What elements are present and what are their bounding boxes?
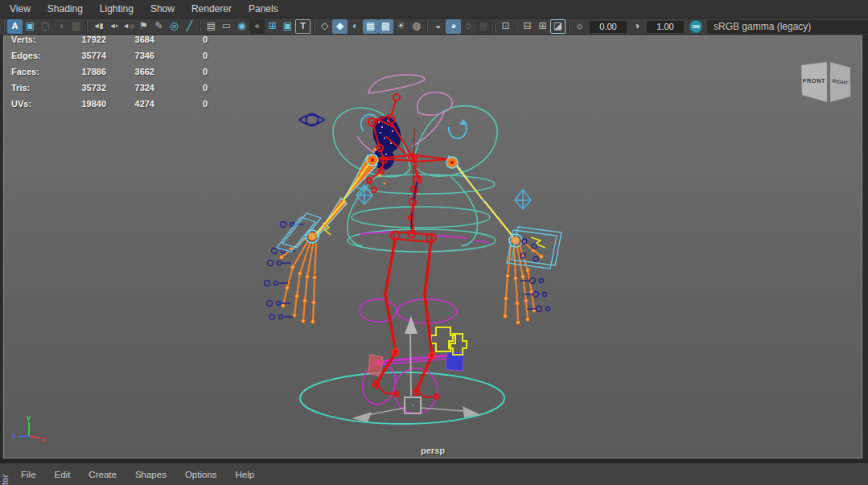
toolbar-divider [513, 20, 520, 33]
editor-menubar: FileEditCreateShapesOptionsHelp [0, 463, 868, 485]
axis-y-label: y [27, 413, 31, 421]
hud-label: UVs: [11, 99, 53, 109]
menu-lighting[interactable]: Lighting [100, 3, 134, 14]
camera-name-label: persp [4, 446, 862, 455]
hud-row: Tris:3573273240 [11, 80, 208, 96]
axis-x-label: x [42, 435, 46, 443]
gamma-value-field[interactable]: 1.00 [647, 21, 684, 33]
menu-file[interactable]: File [21, 470, 36, 479]
toolbar-divider [1, 20, 7, 33]
hud-num: 19840 [53, 99, 106, 109]
menu-renderer[interactable]: Renderer [191, 3, 232, 14]
hud-num: 0 [154, 83, 208, 92]
poly-count-hud: Verts:1792236840Edges:3577473460Faces:17… [11, 31, 208, 112]
exposure-icon[interactable]: ☼ [572, 19, 587, 34]
ssao-icon[interactable]: ◕ [446, 19, 461, 34]
hud-label: Tris: [11, 83, 53, 92]
hud-label: Faces: [11, 67, 53, 76]
viewcube-front-label: FRONT [803, 77, 825, 84]
view-cube[interactable]: FRONT RIGHT [801, 62, 850, 102]
menu-show[interactable]: Show [150, 3, 175, 14]
eye-control-curve[interactable] [299, 114, 324, 126]
maya-viewport-window: ViewShadingLightingShowRendererPanels A▣… [0, 0, 868, 485]
default-material-icon[interactable]: ◍ [409, 19, 424, 34]
gate-mask-icon[interactable]: ● [249, 19, 265, 34]
hud-num: 0 [154, 51, 208, 60]
hud-row: Faces:1788636620 [11, 64, 208, 80]
hud-num: 35732 [53, 83, 106, 92]
hud-num: 17886 [53, 67, 106, 76]
selection-highlight-icon[interactable]: ⊡ [498, 19, 513, 34]
motion-blur-icon[interactable]: ◌ [461, 19, 476, 34]
wireframe-on-shaded-icon[interactable]: ◐ [348, 19, 363, 34]
hud-num: 3662 [106, 67, 154, 76]
exposure-value-field[interactable]: 0.00 [590, 21, 627, 33]
contrast-icon[interactable]: ◑ [629, 19, 644, 34]
anti-alias-icon[interactable]: ▩ [476, 19, 492, 34]
axis-indicator: y x z [12, 413, 46, 443]
panel-side-label: tor [1, 464, 10, 485]
axis-z-label: z [12, 432, 16, 440]
menu-create[interactable]: Create [88, 470, 117, 479]
hud-label: Edges: [11, 51, 53, 60]
shaded-mode-icon[interactable]: ◆ [332, 19, 348, 34]
hud-num: 17922 [53, 35, 106, 44]
menu-panels[interactable]: Panels [249, 3, 278, 14]
safe-action-icon[interactable]: ▣ [280, 19, 295, 34]
menu-edit[interactable]: Edit [55, 470, 71, 479]
colorspace-select[interactable]: sRGB gamma (legacy) [707, 20, 868, 34]
panel-menubar: ViewShadingLightingShowRendererPanels [0, 0, 868, 18]
shadows-icon[interactable]: ◒ [430, 19, 446, 34]
safe-title-icon[interactable]: T [295, 19, 311, 34]
pick-color-icon[interactable]: ◪ [550, 19, 566, 34]
menu-view[interactable]: View [10, 3, 31, 14]
color-management-toggle[interactable]: ON [689, 20, 702, 33]
hud-num: 7324 [106, 83, 154, 92]
checkered-icon[interactable]: ▩ [378, 19, 393, 34]
wireframe-mode-icon[interactable]: ◇ [317, 19, 332, 34]
hud-label: Verts: [11, 35, 53, 44]
hud-num: 35774 [53, 51, 106, 60]
viewport-panel[interactable]: FRONT RIGHT y x z Verts:1792236840Edges:… [3, 35, 862, 458]
textured-mode-icon[interactable]: ▦ [363, 19, 378, 34]
lights-icon[interactable]: ☀ [393, 19, 409, 34]
resolution-gate-icon[interactable]: ◉ [234, 19, 249, 34]
hud-num: 3684 [106, 35, 154, 44]
toolbar-divider [492, 20, 498, 33]
hud-num: 4274 [106, 99, 154, 109]
isolate-select-icon[interactable]: ⊟ [520, 19, 535, 34]
toolbar-divider [424, 20, 430, 33]
isolate-add-icon[interactable]: ⊞ [535, 19, 550, 34]
fkik-switch-markers[interactable] [265, 222, 550, 320]
menu-options[interactable]: Options [185, 470, 217, 479]
hud-num: 0 [154, 67, 208, 76]
hud-num: 7346 [106, 51, 154, 60]
field-chart-icon[interactable]: ⊞ [265, 19, 280, 34]
camera-gate-icon[interactable]: ▭ [219, 19, 234, 34]
menu-shapes[interactable]: Shapes [135, 470, 167, 479]
menu-shading[interactable]: Shading [47, 3, 83, 14]
rig-body-control-curves[interactable] [300, 106, 504, 424]
hud-row: Verts:1792236840 [11, 31, 208, 47]
hud-num: 0 [154, 35, 208, 44]
toolbar-divider [566, 20, 572, 33]
menu-help[interactable]: Help [236, 470, 255, 479]
diamond-controls[interactable] [356, 185, 531, 209]
hud-num: 0 [154, 99, 208, 109]
hud-row: UVs:1984042740 [11, 96, 208, 112]
toolbar-divider [311, 20, 317, 33]
hud-row: Edges:3577473460 [11, 47, 208, 64]
